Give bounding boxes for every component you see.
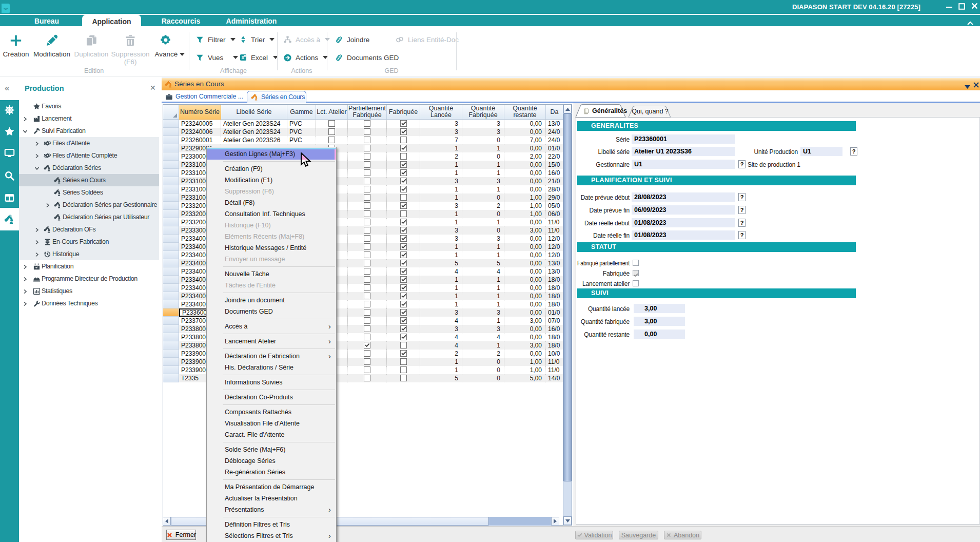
checkbox-unchecked-icon[interactable]	[328, 120, 335, 127]
row-selector-cell[interactable]	[163, 243, 179, 251]
checkbox-checked-icon[interactable]	[400, 350, 407, 357]
checkbox-checked-icon[interactable]	[400, 128, 407, 135]
wheel-icon[interactable]	[0, 101, 19, 119]
abandon-button[interactable]: Abandon	[664, 531, 701, 539]
row-selector-cell[interactable]	[163, 341, 179, 350]
checkbox-unchecked-icon[interactable]	[400, 194, 407, 201]
tab-generalites[interactable]: Généralités	[579, 104, 629, 117]
chevron-right-icon[interactable]	[23, 276, 28, 281]
checkbox-unchecked-icon[interactable]	[400, 358, 407, 365]
fermer-button[interactable]: Fermer	[166, 530, 196, 540]
checkbox-unchecked-icon[interactable]	[364, 186, 370, 192]
checkbox-unchecked-icon[interactable]	[364, 202, 370, 209]
ribbon-tab-application[interactable]: Application	[82, 15, 141, 27]
checkbox-unchecked-icon[interactable]	[364, 350, 370, 357]
row-selector-cell[interactable]	[163, 202, 179, 210]
ribbon-tab-administration[interactable]: Administration	[221, 15, 282, 26]
chevron-right-icon[interactable]	[34, 251, 40, 257]
documents-ged-button[interactable]: Documents GED	[335, 52, 399, 63]
row-selector-cell[interactable]	[163, 193, 179, 202]
sidebar-item-historique[interactable]: Historique	[19, 248, 159, 260]
checkbox-unchecked-icon[interactable]	[364, 145, 370, 151]
menu-item-re-g-n-ration-s-ries[interactable]: Re-génération Séries	[207, 467, 336, 478]
creation-button[interactable]: Création	[2, 33, 30, 58]
checkbox-checked-icon[interactable]	[400, 161, 407, 168]
menu-item-visualisation-file-d-attente[interactable]: Visualisation File d'Attente	[207, 418, 336, 429]
checkbox-unchecked-icon[interactable]	[364, 178, 370, 184]
checkbox-checked-icon[interactable]	[400, 301, 407, 307]
checkbox-checked-icon[interactable]	[400, 145, 407, 151]
checkbox-unchecked-icon[interactable]	[400, 366, 407, 373]
column-header-gamme[interactable]: Gamme	[287, 105, 316, 120]
column-header-num-ro-s-rie[interactable]: Numéro Série	[179, 105, 221, 120]
checkbox-unchecked-icon[interactable]	[400, 210, 407, 217]
row-selector-cell[interactable]	[163, 235, 179, 243]
sidebar-item-statistiques[interactable]: Statistiques	[19, 285, 159, 297]
row-selector-cell[interactable]	[163, 308, 179, 317]
row-selector-cell[interactable]	[163, 259, 179, 267]
sidebar-item-files-d-attente[interactable]: Files d'Attente	[19, 137, 159, 149]
monitor-icon[interactable]	[0, 144, 19, 162]
close-window-button[interactable]	[971, 2, 978, 11]
checkbox-checked-icon[interactable]	[400, 325, 407, 332]
star-icon[interactable]	[0, 123, 19, 140]
menu-item-pr-sentations[interactable]: Présentations›	[207, 504, 336, 515]
checkbox-checked-icon[interactable]	[400, 178, 407, 184]
row-selector-cell[interactable]	[163, 169, 179, 177]
menu-item-ma-pr-sentation-de-d-marrage[interactable]: Ma Présentation de Démarrage	[207, 481, 336, 493]
checkbox-unchecked-icon[interactable]	[328, 137, 335, 143]
checkbox-unchecked-icon[interactable]	[633, 280, 639, 286]
row-selector-cell[interactable]	[163, 284, 179, 292]
tab-gestion-commerciale[interactable]: Gestion Commerciale ...	[165, 91, 243, 102]
checkbox-checked-icon[interactable]	[633, 270, 639, 276]
modification-button[interactable]: Modification	[32, 33, 72, 58]
menu-item-envoyer-un-message[interactable]: Envoyer un message	[207, 254, 336, 265]
checkbox-unchecked-icon[interactable]	[364, 137, 370, 143]
columns-icon[interactable]	[0, 189, 19, 206]
sidebar-item-donn-es-techniques[interactable]: Données Techniques	[19, 297, 159, 309]
checkbox-unchecked-icon[interactable]	[364, 128, 370, 135]
menu-item-acc-s-[interactable]: Accès à›	[207, 321, 336, 332]
column-header-partiellement[interactable]: PartiellementFabriquée	[348, 105, 387, 120]
checkbox-unchecked-icon[interactable]	[364, 276, 370, 283]
close-panel-icon[interactable]: ✕	[150, 84, 156, 92]
filtrer-button[interactable]: Filtrer	[195, 34, 236, 45]
sidebar-item-s-ries-sold-es[interactable]: Séries Soldées	[19, 186, 159, 199]
sidebar-item-d-claration-s-ries-par-gestionnaire[interactable]: Déclaration Séries par Gestionnaire	[19, 199, 159, 211]
chevron-right-icon[interactable]	[23, 288, 28, 294]
checkbox-unchecked-icon[interactable]	[364, 235, 370, 242]
menu-item-lancement-atelier[interactable]: Lancement Atelier›	[207, 336, 336, 347]
chevron-right-icon[interactable]	[34, 239, 40, 244]
checkbox-unchecked-icon[interactable]	[364, 375, 370, 381]
checkbox-checked-icon[interactable]	[400, 268, 407, 275]
chevron-right-icon[interactable]	[34, 153, 40, 158]
row-selector-cell[interactable]	[163, 136, 179, 144]
sidebar-item-en-cours-fabrication[interactable]: En-Cours Fabrication	[19, 236, 159, 248]
checkbox-unchecked-icon[interactable]	[400, 137, 407, 143]
duplication-button[interactable]: Duplication	[74, 33, 109, 58]
row-selector-cell[interactable]	[163, 218, 179, 226]
checkbox-checked-icon[interactable]	[400, 227, 407, 234]
acces-a-button[interactable]: Accès à	[283, 34, 330, 45]
menu-item-informations-suivies[interactable]: Informations Suivies	[207, 377, 336, 388]
sidebar-item-suivi-fabrication[interactable]: Suivi Fabrication	[19, 125, 159, 137]
scroll-down-button[interactable]	[563, 516, 572, 525]
tab-series-en-cours[interactable]: Séries en Cours	[247, 91, 306, 103]
checkbox-unchecked-icon[interactable]	[400, 342, 407, 349]
search-icon[interactable]	[0, 167, 19, 184]
checkbox-checked-icon[interactable]	[400, 120, 407, 127]
chevron-right-icon[interactable]	[34, 227, 40, 232]
row-selector-cell[interactable]	[163, 185, 179, 193]
minimize-button[interactable]	[946, 2, 953, 11]
menu-item-el-ments-r-cents-maj-f8-[interactable]: Eléments Récents (Maj+F8)	[207, 231, 336, 242]
sidebar-item-s-ries-en-cours[interactable]: Séries en Cours	[19, 174, 159, 186]
checkbox-unchecked-icon[interactable]	[364, 219, 370, 225]
checkbox-unchecked-icon[interactable]	[364, 243, 370, 250]
column-header-quantit-[interactable]: QuantitéFabriquée	[462, 105, 504, 120]
select-all-header-cell[interactable]	[163, 105, 179, 120]
row-selector-cell[interactable]	[163, 177, 179, 185]
menu-item-consultation-inf-techniques[interactable]: Consultation Inf. Techniques	[207, 208, 336, 220]
sidebar-item-files-d-attente-compl-te[interactable]: Files d'Attente Complète	[19, 149, 159, 162]
menu-item-composants-rattach-s[interactable]: Composants Rattachés	[207, 407, 336, 418]
menu-item-joindre-un-document[interactable]: Joindre un document	[207, 295, 336, 306]
